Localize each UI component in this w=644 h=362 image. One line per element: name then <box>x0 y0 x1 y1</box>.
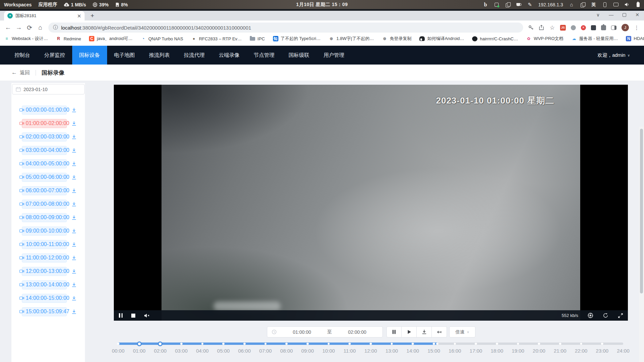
segment-button[interactable]: 08:00:00-09:00:00 <box>22 213 67 222</box>
bookmark-item[interactable]: ⊕免登录复制 <box>382 36 411 42</box>
window-minimize-icon[interactable]: — <box>609 12 613 17</box>
segment-button[interactable]: 06:00:00-07:00:00 <box>22 186 67 195</box>
nav-item-6[interactable]: 云端录像 <box>212 46 247 65</box>
segment-download-icon[interactable] <box>72 296 77 301</box>
play-button[interactable] <box>402 326 417 337</box>
pause-icon[interactable] <box>119 313 123 318</box>
extension-icon[interactable] <box>571 25 576 30</box>
browser-tab[interactable]: ✦ 国标28181 ✕ <box>4 11 85 21</box>
video-player[interactable]: 2023-01-10 01:00:00 星期二 552 kb/s <box>114 85 628 321</box>
segment-button[interactable]: 11:00:00-12:00:00 <box>22 253 67 263</box>
color-picker-icon[interactable]: ✎ <box>527 2 533 8</box>
segment-download-icon[interactable] <box>72 148 77 153</box>
bookmark-item[interactable]: 知了不起的 TypeScri… <box>273 36 321 42</box>
segment-download-icon[interactable] <box>72 121 77 126</box>
bookmark-item[interactable]: ●RFC2833 – RTP Ev… <box>191 36 241 41</box>
date-picker-input[interactable]: 2023-01-10 <box>12 84 85 94</box>
display-icon[interactable] <box>613 2 618 8</box>
ip-address[interactable]: 192.168.1.3 <box>538 2 563 7</box>
share-icon[interactable] <box>539 25 544 31</box>
screenshot-app-icon[interactable] <box>494 2 499 8</box>
segment-download-icon[interactable] <box>72 242 77 247</box>
tab-close-icon[interactable]: ✕ <box>77 13 81 18</box>
clipboard-icon[interactable] <box>505 2 510 8</box>
nav-item-4[interactable]: 推流列表 <box>142 46 177 65</box>
time-range-picker[interactable]: 01:00:00 至 02:00:00 <box>267 326 383 337</box>
segment-download-icon[interactable] <box>72 255 77 260</box>
forward-button[interactable]: → <box>13 22 24 33</box>
js-extension-icon[interactable]: JS <box>560 25 566 31</box>
window-close-icon[interactable]: ✕ <box>635 12 639 17</box>
back-button[interactable]: ← <box>3 22 13 33</box>
password-key-icon[interactable] <box>528 25 534 31</box>
timeline-track[interactable] <box>118 343 623 345</box>
phone-icon[interactable] <box>602 2 607 8</box>
segment-button[interactable]: 04:00:00-05:00:00 <box>22 159 67 168</box>
tray-app-icon[interactable]: b <box>483 2 488 8</box>
extensions-puzzle-icon[interactable] <box>601 25 606 30</box>
coffee-icon[interactable] <box>516 2 521 8</box>
bookmark-item[interactable]: ☁服务器 - 轻量应用… <box>571 36 618 42</box>
stop-icon[interactable] <box>131 314 135 318</box>
input-method-indicator[interactable]: 英 <box>591 2 596 8</box>
fullscreen-icon[interactable] <box>618 313 623 318</box>
snapshot-aperture-icon[interactable] <box>588 313 593 318</box>
bookmark-star-icon[interactable]: ☆ <box>549 25 555 31</box>
home-button[interactable]: ⌂ <box>35 22 46 33</box>
segment-button[interactable]: 00:00:00-01:00:00 <box>22 106 67 115</box>
start-time-input[interactable]: 01:00:00 <box>277 329 327 335</box>
end-time-input[interactable]: 02:00:00 <box>332 329 383 335</box>
segment-button[interactable]: 07:00:00-08:00:00 <box>22 200 67 209</box>
nav-item-7[interactable]: 节点管理 <box>247 46 282 65</box>
segment-download-icon[interactable] <box>72 309 77 314</box>
bookmark-item[interactable]: hairrrrr/C-CrashC… <box>472 36 518 41</box>
segment-button[interactable]: 03:00:00-04:00:00 <box>22 146 67 155</box>
nav-item-8[interactable]: 国标级联 <box>282 46 317 65</box>
segment-button[interactable]: 02:00:00-03:00:00 <box>22 132 67 142</box>
nav-item-9[interactable]: 用户管理 <box>317 46 352 65</box>
download-button[interactable] <box>417 326 432 337</box>
reload-button[interactable]: ⟳ <box>24 22 35 33</box>
net-speed-indicator[interactable]: 1 MB/s <box>64 2 86 7</box>
segment-button[interactable]: 12:00:00-13:00:00 <box>22 267 67 276</box>
nav-item-5[interactable]: 拉流代理 <box>177 46 212 65</box>
window-maximize-icon[interactable] <box>623 13 626 17</box>
workspace-switcher-icon[interactable] <box>580 2 585 8</box>
scrollbar-thumb[interactable] <box>640 129 643 293</box>
side-panel-icon[interactable] <box>611 26 616 30</box>
nav-item-3[interactable]: 电子地图 <box>107 46 142 65</box>
bookmark-item[interactable]: ✿WVP-PRO文档 <box>526 36 563 42</box>
segment-download-icon[interactable] <box>72 215 77 220</box>
bookmark-item[interactable]: RRedmine <box>56 36 81 41</box>
segment-button[interactable]: 13:00:00-14:00:00 <box>22 280 67 289</box>
adblock-extension-icon[interactable]: ✕ <box>581 25 586 30</box>
timeline-handle-start[interactable] <box>137 341 142 346</box>
segment-button[interactable]: 10:00:00-11:00:00 <box>22 240 67 249</box>
segment-download-icon[interactable] <box>72 108 77 113</box>
segment-download-icon[interactable] <box>72 229 77 234</box>
segment-download-icon[interactable] <box>72 269 77 274</box>
page-scrollbar[interactable] <box>639 127 644 362</box>
window-dropdown-icon[interactable]: ∨ <box>596 12 600 17</box>
seek-back-button[interactable] <box>432 326 447 337</box>
segment-download-icon[interactable] <box>72 175 77 180</box>
bookmark-item[interactable]: Cjava、android可… <box>89 36 132 42</box>
bookmark-item[interactable]: 如何编译Android… <box>419 36 464 42</box>
segment-button[interactable]: 05:00:00-06:00:00 <box>22 173 67 182</box>
segment-download-icon[interactable] <box>72 134 77 139</box>
new-tab-button[interactable]: + <box>88 11 97 20</box>
pause-button[interactable] <box>386 326 402 337</box>
workspaces-button[interactable]: Workspaces <box>4 2 32 7</box>
bookmark-item[interactable]: NHDAtmos :: 种子 *… <box>626 36 644 42</box>
bookmark-item[interactable]: ⊕1.8W字|了不起的… <box>329 36 374 42</box>
site-info-icon[interactable]: ⓘ <box>53 25 58 31</box>
user-menu[interactable]: 欢迎，admin ∨ <box>598 46 644 65</box>
volume-icon[interactable] <box>624 2 630 8</box>
extension-dark-icon[interactable] <box>591 25 596 30</box>
segment-download-icon[interactable] <box>72 161 77 166</box>
address-bar[interactable]: ⓘ localhost:38080/#/gbRecordDetail/34020… <box>48 23 523 33</box>
profile-avatar[interactable]: J <box>622 24 629 31</box>
segment-download-icon[interactable] <box>72 282 77 287</box>
segment-download-icon[interactable] <box>72 202 77 207</box>
bookmark-item[interactable]: ≡Webstack - 设计… <box>4 36 48 42</box>
